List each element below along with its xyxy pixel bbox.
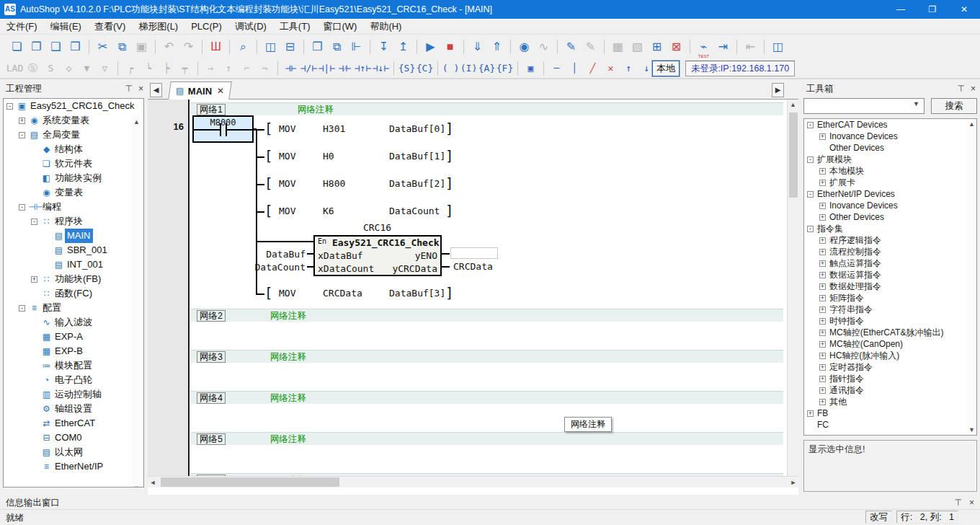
toolbox-tree-item[interactable]: +流程控制指令: [804, 246, 976, 257]
network-comment[interactable]: 网络注释: [270, 434, 306, 444]
toolbar-button[interactable]: ✎: [561, 38, 581, 56]
network-comment[interactable]: 网络注释: [298, 105, 334, 115]
network-header[interactable]: 网络2网络注释: [191, 309, 783, 322]
toolbar-button[interactable]: ⌕: [233, 38, 253, 56]
ladder-tool-button[interactable]: (I): [460, 61, 478, 76]
fb-output-operand[interactable]: CRCData: [453, 261, 493, 272]
expander-icon[interactable]: +: [819, 399, 826, 405]
project-tree-vscrollbar[interactable]: ▲▼: [132, 117, 141, 488]
toolbox-tree-item[interactable]: +触点运算指令: [804, 257, 976, 269]
expander-icon[interactable]: +: [819, 318, 826, 325]
toolbox-tree-item[interactable]: -EtherCAT Devices: [804, 119, 976, 131]
editor-hscrollbar[interactable]: ◄ ►: [148, 476, 798, 488]
ladder-tool-button[interactable]: ✕: [602, 61, 620, 76]
toolbox-tree-item[interactable]: +FB: [804, 407, 976, 419]
toolbar-button[interactable]: ❒: [66, 38, 85, 56]
expander-icon[interactable]: +: [819, 341, 826, 348]
tree-item[interactable]: -▣Easy521_CRC16_Check: [4, 99, 143, 113]
toolbox-tree-item[interactable]: +Other Devices: [804, 211, 976, 223]
network-label[interactable]: 网络4: [197, 392, 226, 404]
menu-item[interactable]: 窗口(W): [316, 19, 363, 35]
network-label[interactable]: 网络1: [197, 104, 226, 115]
toolbar-button[interactable]: ◉: [514, 38, 534, 56]
ladder-tool-button[interactable]: →: [202, 61, 220, 76]
toolbar-button[interactable]: ◫: [261, 38, 280, 56]
network1-header[interactable]: 网络1 网络注释: [191, 102, 783, 115]
tree-item[interactable]: -▤全局变量: [4, 128, 143, 142]
toolbar-button[interactable]: ⊟: [280, 38, 300, 56]
tree-item[interactable]: ⚙轴组设置: [4, 402, 143, 416]
ladder-tool-button[interactable]: ⊣⊢: [282, 61, 300, 76]
expander-icon[interactable]: +: [819, 180, 826, 186]
expander-icon[interactable]: +: [819, 364, 826, 371]
toolbar-button[interactable]: ⌁TEST: [694, 38, 713, 56]
tree-item[interactable]: ▦EXP-A: [4, 330, 143, 344]
close-panel-icon[interactable]: ×: [138, 81, 143, 97]
pin-icon[interactable]: ⊤: [958, 81, 965, 97]
ladder-tool-button[interactable]: ⊣↓⊢: [372, 61, 390, 76]
toolbox-tree-vscrollbar[interactable]: ▲▼: [967, 119, 976, 435]
toolbox-search-input[interactable]: [803, 98, 925, 114]
tree-item[interactable]: ❏软元件表: [4, 156, 143, 171]
expander-icon[interactable]: +: [819, 306, 826, 313]
toolbox-tree-item[interactable]: +指针指令: [804, 373, 976, 384]
expander-icon[interactable]: -: [19, 204, 25, 211]
toolbar-button[interactable]: ⇓: [468, 38, 487, 56]
mov-instruction[interactable]: MOVH301DataBuf[0]: [256, 123, 465, 137]
ladder-tool-button[interactable]: Ⓢ: [24, 61, 42, 76]
network-header[interactable]: 网络5网络注释: [191, 432, 783, 445]
ladder-tool-button[interactable]: {C}: [416, 61, 434, 76]
expander-icon[interactable]: -: [807, 226, 814, 232]
toolbox-tree-item[interactable]: +程序逻辑指令: [804, 234, 976, 246]
toolbar-button[interactable]: ∿: [534, 38, 553, 56]
tree-item[interactable]: ⊟COM0: [4, 431, 143, 445]
toolbar-button[interactable]: ✎: [581, 38, 600, 56]
expander-icon[interactable]: -: [19, 305, 25, 312]
tree-item[interactable]: +∷功能块(FB): [4, 272, 143, 286]
toolbox-tree-item[interactable]: +Inovance Devices: [804, 131, 976, 142]
search-button[interactable]: 搜索: [931, 98, 977, 114]
close-panel-icon[interactable]: ×: [971, 81, 976, 97]
toolbox-tree-item[interactable]: -指令集: [804, 223, 976, 234]
tree-item[interactable]: ▤SBR_001: [4, 243, 143, 257]
tree-item[interactable]: ◧功能块实例: [4, 171, 143, 185]
toolbar-button[interactable]: ↶: [159, 38, 179, 56]
toolbox-tree-item[interactable]: +其他: [804, 396, 976, 407]
tree-item[interactable]: ▤MAIN: [4, 229, 143, 243]
toolbox-tree-item[interactable]: +本地模块: [804, 165, 976, 177]
toolbox-tree-item[interactable]: +MC轴控(CanOpen): [804, 338, 976, 350]
mov-instruction[interactable]: MOV CRCData DataBuf[3]: [256, 287, 465, 301]
tree-item[interactable]: ≔模块配置: [4, 358, 143, 373]
ladder-tool-button[interactable]: ┕: [140, 61, 158, 76]
toolbox-tree-item[interactable]: +数据运算指令: [804, 269, 976, 281]
toolbox-tree-item[interactable]: +MC轴控(EtherCAT&脉冲输出): [804, 327, 976, 338]
toolbox-tree-item[interactable]: +HC轴控(脉冲输入): [804, 350, 976, 361]
ladder-tool-button[interactable]: ⊣⁄⊢: [336, 61, 354, 76]
ladder-tool-button[interactable]: {F}: [496, 61, 514, 76]
toolbar-button[interactable]: ⇥: [713, 38, 733, 56]
tree-item[interactable]: ▤INT_001: [4, 257, 143, 272]
toolbar-button[interactable]: ⊠: [667, 38, 686, 56]
contact-m8000[interactable]: M8000: [192, 115, 254, 143]
toolbar-button[interactable]: ↧: [374, 38, 393, 56]
menu-item[interactable]: 文件(F): [0, 19, 44, 35]
toolbar-button[interactable]: ❐: [27, 38, 46, 56]
pin-icon[interactable]: ⊤: [125, 81, 133, 97]
toolbox-tree-item[interactable]: -扩展模块: [804, 154, 976, 165]
ladder-tool-button[interactable]: LAD: [6, 61, 24, 76]
expander-icon[interactable]: +: [819, 330, 826, 336]
expander-icon[interactable]: +: [31, 276, 37, 283]
toolbar-button[interactable]: ↷: [179, 38, 198, 56]
toolbox-tree-item[interactable]: +字符串指令: [804, 304, 976, 315]
toolbar-button[interactable]: ⇑: [487, 38, 507, 56]
ladder-canvas[interactable]: 16 网络1 网络注释 M8000 MOVH301DataBuf[0]MOVH0…: [148, 100, 787, 476]
toolbar-button[interactable]: ▦: [608, 38, 628, 56]
tree-item[interactable]: ◉变量表: [4, 185, 143, 200]
tab-close-icon[interactable]: ✕: [216, 86, 223, 96]
ladder-tool-button[interactable]: ◇: [60, 61, 78, 76]
ladder-tool-button[interactable]: {S}: [398, 61, 416, 76]
expander-icon[interactable]: +: [819, 237, 826, 244]
output-window-header[interactable]: 信息输出窗口 ⊤×: [0, 498, 980, 509]
ladder-tool-button[interactable]: ↑: [620, 61, 638, 76]
ladder-tool-button[interactable]: ¬: [256, 61, 274, 76]
